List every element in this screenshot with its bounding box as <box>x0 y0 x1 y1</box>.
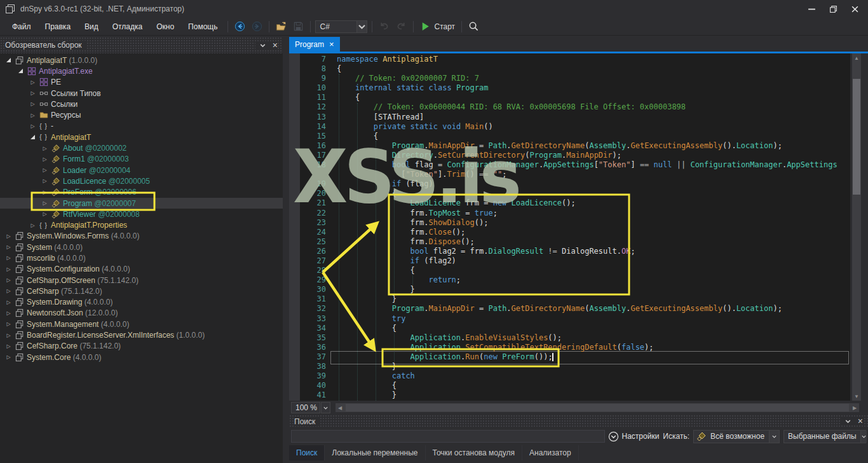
tree-item-system.core[interactable]: ▷System.Core (4.0.0.0) <box>0 352 283 363</box>
menu-item-5[interactable]: Помощь <box>181 20 224 34</box>
breakpoint-margin[interactable] <box>289 53 300 401</box>
expander-collapsed-icon[interactable]: ▷ <box>4 343 13 349</box>
expander-collapsed-icon[interactable]: ▷ <box>40 211 50 217</box>
code-line-35[interactable]: Application.EnableVisualStyles(); <box>337 333 837 343</box>
tree-item--[interactable]: ▷Ссылки <box>0 99 283 109</box>
menu-item-4[interactable]: Окно <box>149 20 181 34</box>
expander-collapsed-icon[interactable]: ▷ <box>40 146 50 151</box>
search-scope-combobox[interactable]: Всё возможное <box>693 430 780 443</box>
code-line-26[interactable]: bool flag2 = frm.DialogResult != DialogR… <box>337 247 837 256</box>
expander-open-icon[interactable] <box>4 58 13 62</box>
code-line-39[interactable]: catch <box>337 371 837 381</box>
tree-item-program[interactable]: ▷Program @02000007 <box>0 198 283 209</box>
expander-collapsed-icon[interactable]: ▷ <box>4 277 13 283</box>
expander-collapsed-icon[interactable]: ▷ <box>4 321 13 327</box>
minimize-button[interactable] <box>801 1 822 17</box>
expander-collapsed-icon[interactable]: ▷ <box>40 156 50 162</box>
expander-collapsed-icon[interactable]: ▷ <box>40 178 50 184</box>
expander-collapsed-icon[interactable]: ▷ <box>4 255 13 261</box>
code-line-8[interactable]: { <box>337 64 837 74</box>
code-line-9[interactable]: // Token: 0x02000007 RID: 7 <box>337 74 837 83</box>
scroll-up-icon[interactable]: ▲ <box>852 53 861 62</box>
tree-item-cefsharp[interactable]: ▷CefSharp (75.1.142.0) <box>0 286 283 296</box>
tree-item-rtfviewer[interactable]: ▷RtfViewer @02000008 <box>0 209 283 219</box>
tree-item-cefsharp.core[interactable]: ▷CefSharp.Core (75.1.142.0) <box>0 341 283 352</box>
tree-item-loader[interactable]: ▷Loader @02000004 <box>0 165 283 176</box>
bottom-tab-2[interactable]: Точки останова модуля <box>426 445 523 460</box>
expander-collapsed-icon[interactable]: ▷ <box>40 200 50 206</box>
tree-item-antiplagiatt.exe[interactable]: AntiplagiatT.exe <box>0 66 283 76</box>
bottom-tab-1[interactable]: Локальные переменные <box>325 445 425 460</box>
expander-collapsed-icon[interactable]: ▷ <box>28 223 37 228</box>
zoom-level-combobox[interactable]: 100 % <box>291 402 320 413</box>
tree-item-antiplagiatt[interactable]: AntiplagiatT (1.0.0.0) <box>0 55 283 66</box>
menu-item-3[interactable]: Отладка <box>105 20 149 34</box>
tree-item--[interactable]: ▷Ссылки Типов <box>0 88 283 99</box>
tree-item--[interactable]: ▷{ }- <box>0 121 283 132</box>
tree-item-about[interactable]: ▷About @02000002 <box>0 142 283 153</box>
code-line-27[interactable]: if (flag2) <box>337 256 837 266</box>
combo-dropdown-icon[interactable] <box>356 21 367 32</box>
code-line-14[interactable]: private static void Main() <box>337 122 837 132</box>
code-line-12[interactable]: // Token: 0x06000044 RID: 68 RVA: 0x0000… <box>337 102 837 112</box>
tree-item-antiplagiatt[interactable]: { }AntiplagiatT <box>0 132 283 142</box>
code-line-25[interactable]: frm.Dispose(); <box>337 237 837 247</box>
settings-button[interactable]: Настройки <box>608 431 660 442</box>
tree-item-system.configuration[interactable]: ▷System.Configuration (4.0.0.0) <box>0 264 283 275</box>
panel-close-icon[interactable]: × <box>273 42 278 49</box>
menu-item-0[interactable]: Файл <box>5 20 38 34</box>
search-files-combobox[interactable]: Выбранные файлы <box>783 430 866 443</box>
expander-collapsed-icon[interactable]: ▷ <box>4 266 13 272</box>
back-button[interactable] <box>231 20 248 33</box>
tab-program[interactable]: Program × <box>289 37 340 52</box>
save-button[interactable] <box>290 20 307 33</box>
code-line-30[interactable]: } <box>337 285 837 294</box>
language-combobox[interactable]: C# <box>315 20 367 33</box>
tree-item-mscorlib[interactable]: ▷mscorlib (4.0.0.0) <box>0 252 283 263</box>
start-button[interactable]: Старт <box>417 20 458 33</box>
undo-button[interactable] <box>376 20 393 33</box>
code-line-38[interactable]: } <box>337 362 837 371</box>
scroll-down-icon[interactable]: ▼ <box>852 392 861 401</box>
scroll-right-icon[interactable]: ▶ <box>850 403 859 412</box>
code-line-34[interactable]: { <box>337 324 837 333</box>
vertical-scroll-thumb[interactable] <box>853 79 860 195</box>
tree-item-cefsharp.offscreen[interactable]: ▷CefSharp.OffScreen (75.1.142.0) <box>0 275 283 286</box>
editor-horizontal-scrollbar[interactable]: ◀ ▶ <box>336 403 859 412</box>
expander-collapsed-icon[interactable]: ▷ <box>28 113 37 118</box>
expander-collapsed-icon[interactable]: ▷ <box>28 101 37 107</box>
tree-item-preform[interactable]: ▷PreForm @02000006 <box>0 187 283 198</box>
expander-collapsed-icon[interactable]: ▷ <box>4 333 13 338</box>
code-line-7[interactable]: namespace AntiplagiatT <box>337 55 837 64</box>
tree-item-loadlicence[interactable]: ▷LoadLicence @02000005 <box>0 176 283 186</box>
search-input[interactable] <box>291 430 605 443</box>
code-line-24[interactable]: frm.Close(); <box>337 228 837 237</box>
code-line-11[interactable]: { <box>337 93 837 102</box>
expander-open-icon[interactable] <box>28 135 37 139</box>
menu-item-1[interactable]: Правка <box>38 20 78 34</box>
bottom-tab-3[interactable]: Анализатор <box>522 445 579 460</box>
chevron-down-icon[interactable] <box>844 418 851 425</box>
expander-collapsed-icon[interactable]: ▷ <box>4 233 13 239</box>
expander-collapsed-icon[interactable]: ▷ <box>4 244 13 250</box>
code-line-29[interactable]: return; <box>337 275 837 285</box>
expander-collapsed-icon[interactable]: ▷ <box>4 300 13 305</box>
code-line-13[interactable]: [STAThread] <box>337 113 837 122</box>
expander-collapsed-icon[interactable]: ▷ <box>4 354 13 360</box>
tab-close-icon[interactable]: × <box>329 41 334 48</box>
tree-item-system.management[interactable]: ▷System.Management (4.0.0.0) <box>0 319 283 329</box>
code-line-41[interactable]: } <box>337 390 837 400</box>
tree-item-antiplagiatt.properties[interactable]: ▷{ }AntiplagiatT.Properties <box>0 219 283 230</box>
expander-collapsed-icon[interactable]: ▷ <box>4 310 13 316</box>
code-line-31[interactable]: } <box>337 294 837 304</box>
search-button[interactable] <box>465 20 482 33</box>
tree-item-boardregister.licenseserver.xmlinterfaces[interactable]: ▷BoardRegister.LicenseServer.XmlInterfac… <box>0 329 283 340</box>
expander-collapsed-icon[interactable]: ▷ <box>40 190 50 195</box>
expander-collapsed-icon[interactable]: ▷ <box>28 123 37 129</box>
zoom-dropdown-icon[interactable] <box>321 402 330 413</box>
forward-button[interactable] <box>248 20 266 33</box>
code-line-10[interactable]: internal static class Program <box>337 83 837 93</box>
tree-item-form1[interactable]: ▷Form1 @02000003 <box>0 154 283 165</box>
panel-splitter[interactable] <box>283 37 289 463</box>
chevron-down-icon[interactable] <box>259 42 266 49</box>
